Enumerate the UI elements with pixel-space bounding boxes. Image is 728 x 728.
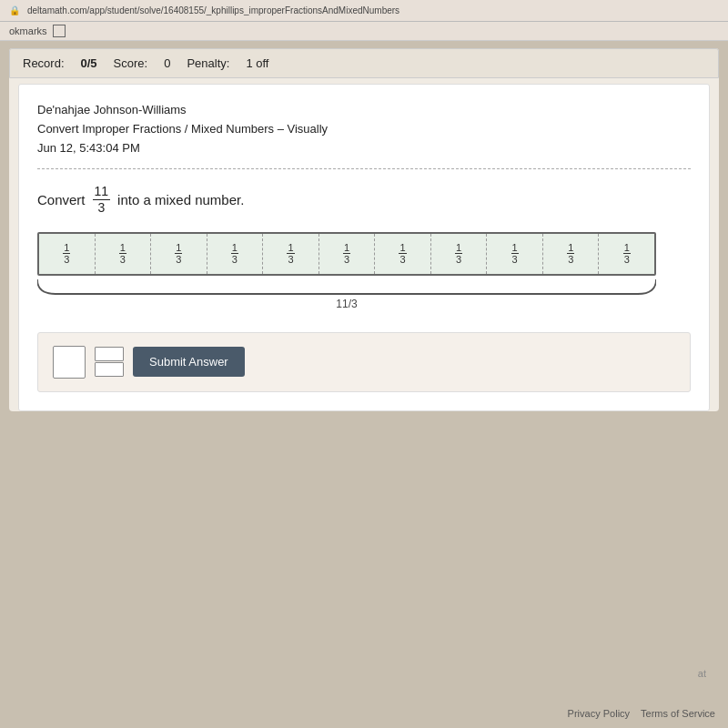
datetime: Jun 12, 5:43:04 PM	[37, 139, 691, 158]
question-fraction: 11 3	[93, 184, 111, 216]
answer-numerator-input[interactable]	[95, 347, 124, 361]
divider	[37, 168, 691, 169]
submit-button[interactable]: Submit Answer	[133, 347, 245, 377]
answer-fraction-inputs	[95, 347, 124, 377]
fraction-cell-2: 13	[96, 234, 152, 274]
penalty-value: 1 off	[246, 56, 268, 70]
brace-label: 11/3	[336, 298, 357, 310]
answer-whole-input[interactable]	[53, 346, 86, 379]
bookmark-icon	[53, 25, 66, 37]
bookmark-text: okmarks	[9, 25, 47, 36]
fraction-cell-3: 13	[151, 234, 207, 274]
record-label: Record:	[23, 56, 65, 70]
fraction-cell-6: 13	[319, 234, 376, 274]
score-value: 0	[164, 56, 170, 70]
fraction-bar: 1313131313131313131313	[37, 232, 656, 276]
privacy-policy-link[interactable]: Privacy Policy	[568, 708, 630, 719]
content-area: Record: 0/5 Score: 0 Penalty: 1 off De'n…	[9, 48, 719, 411]
brace-area: 11/3	[37, 278, 656, 310]
fraction-cell-11: 13	[599, 234, 654, 274]
fraction-cell-4: 13	[207, 234, 264, 274]
browser-url: deltamath.com/app/student/solve/16408155…	[27, 5, 399, 15]
record-bar: Record: 0/5 Score: 0 Penalty: 1 off	[9, 48, 719, 78]
brace-svg	[37, 278, 656, 296]
assignment-title: Convert Improper Fractions / Mixed Numbe…	[37, 120, 691, 139]
white-panel: De'nahjae Johnson-Williams Convert Impro…	[18, 84, 710, 411]
question-prefix: Convert	[37, 192, 86, 207]
fraction-denominator: 3	[96, 200, 106, 216]
terms-of-service-link[interactable]: Terms of Service	[641, 708, 715, 719]
fraction-bar-container: 1313131313131313131313 11/3	[37, 232, 691, 310]
question-suffix: into a mixed number.	[117, 192, 244, 207]
at-label: at	[698, 668, 706, 679]
score-label: Score:	[114, 56, 148, 70]
fraction-cell-10: 13	[543, 234, 600, 274]
question-text: Convert 11 3 into a mixed number.	[37, 184, 691, 216]
fraction-cell-8: 13	[431, 234, 488, 274]
student-name: De'nahjae Johnson-Williams	[37, 101, 691, 120]
answer-denominator-input[interactable]	[95, 362, 124, 377]
fraction-cell-9: 13	[487, 234, 543, 274]
page-footer: Privacy Policy Terms of Service	[568, 708, 715, 719]
fraction-cell-5: 13	[263, 234, 319, 274]
student-info: De'nahjae Johnson-Williams Convert Impro…	[37, 101, 691, 157]
bookmark-bar: okmarks	[0, 22, 728, 41]
browser-bar: 🔒 deltamath.com/app/student/solve/164081…	[0, 0, 728, 22]
penalty-label: Penalty:	[187, 56, 229, 70]
fraction-numerator: 11	[93, 184, 111, 200]
fraction-cell-7: 13	[375, 234, 431, 274]
answer-area: Submit Answer	[37, 332, 691, 392]
lock-icon: 🔒	[9, 5, 20, 15]
record-value: 0/5	[81, 56, 97, 70]
fraction-cell-1: 13	[39, 234, 96, 274]
